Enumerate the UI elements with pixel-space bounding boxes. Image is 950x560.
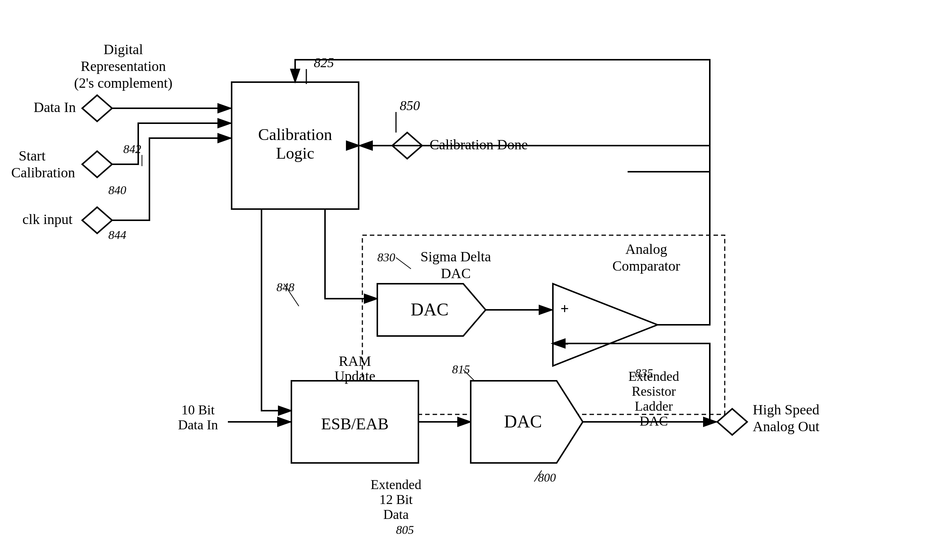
svg-text:850: 850 [400, 98, 420, 113]
svg-text:12 Bit: 12 Bit [379, 492, 412, 507]
svg-text:848: 848 [276, 280, 295, 294]
svg-text:Data: Data [383, 507, 409, 522]
svg-text:Digital: Digital [103, 42, 143, 57]
svg-text:ESB/EAB: ESB/EAB [321, 415, 389, 433]
svg-text:Logic: Logic [276, 144, 315, 162]
svg-text:825: 825 [314, 55, 334, 70]
svg-text:Comparator: Comparator [612, 258, 680, 274]
diagram: Calibration Logic 825 850 Calibration Do… [0, 0, 950, 560]
svg-text:DAC: DAC [441, 265, 471, 281]
svg-text:805: 805 [396, 523, 414, 537]
svg-text:Resistor: Resistor [632, 384, 676, 399]
svg-text:Sigma Delta: Sigma Delta [421, 249, 491, 264]
svg-text:10 Bit: 10 Bit [181, 403, 214, 417]
svg-text:+: + [560, 300, 569, 317]
svg-text:Analog: Analog [625, 241, 667, 257]
svg-text:Start: Start [19, 148, 46, 163]
svg-text:Representation: Representation [81, 58, 166, 74]
svg-text:(2's complement): (2's complement) [74, 75, 172, 91]
svg-text:830: 830 [377, 251, 395, 264]
svg-text:Extended: Extended [628, 369, 679, 384]
svg-text:Data In: Data In [178, 417, 218, 432]
svg-text:Data In: Data In [34, 99, 76, 115]
svg-text:Calibration: Calibration [11, 165, 75, 180]
svg-text:Extended: Extended [370, 477, 421, 492]
svg-text:Analog Out: Analog Out [753, 418, 820, 434]
svg-text:Update: Update [334, 368, 375, 384]
svg-text:DAC: DAC [504, 411, 542, 431]
svg-text:800: 800 [538, 471, 556, 484]
svg-text:Calibration: Calibration [258, 125, 332, 144]
svg-text:Calibration Done: Calibration Done [430, 137, 528, 152]
svg-text:Ladder: Ladder [635, 399, 673, 414]
svg-text:clk input: clk input [22, 211, 72, 227]
svg-text:844: 844 [108, 228, 126, 242]
svg-text:RAM: RAM [339, 353, 371, 369]
svg-text:DAC: DAC [410, 299, 448, 319]
svg-text:840: 840 [108, 183, 126, 197]
svg-text:842: 842 [123, 142, 141, 156]
svg-text:High Speed: High Speed [753, 402, 819, 417]
